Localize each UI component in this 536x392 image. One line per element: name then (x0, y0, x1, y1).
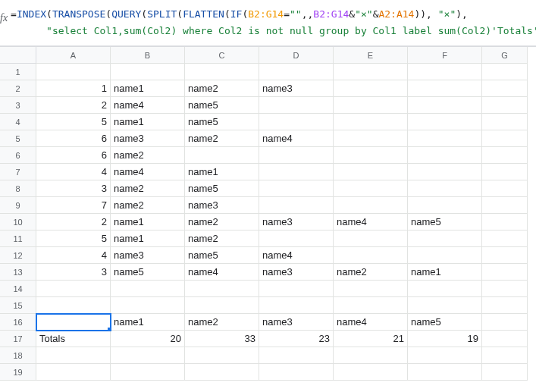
cell-A16[interactable] (36, 314, 111, 331)
cell-F10[interactable]: name5 (408, 214, 482, 230)
cell-A15[interactable] (36, 297, 111, 314)
row-header-18[interactable]: 18 (0, 347, 36, 364)
cell-D7[interactable] (259, 164, 334, 180)
cell-D13[interactable]: name3 (259, 264, 334, 281)
row-header-17[interactable]: 17 (0, 331, 36, 347)
row-header-19[interactable]: 19 (0, 364, 36, 381)
row-header-13[interactable]: 13 (0, 264, 36, 281)
cell-A17[interactable]: Totals (36, 331, 111, 347)
cell-B4[interactable]: name1 (111, 114, 185, 130)
cell-D12[interactable]: name4 (259, 247, 334, 264)
cell-G13[interactable] (482, 264, 528, 281)
cell-G17[interactable] (482, 331, 528, 347)
cell-C15[interactable] (185, 297, 259, 314)
cell-E8[interactable] (334, 180, 408, 197)
cell-C11[interactable]: name2 (185, 230, 259, 247)
row-header-10[interactable]: 10 (0, 214, 36, 230)
row-header-14[interactable]: 14 (0, 281, 36, 297)
row-header-6[interactable]: 6 (0, 147, 36, 164)
row-header-15[interactable]: 15 (0, 297, 36, 314)
row-header-5[interactable]: 5 (0, 130, 36, 147)
cell-G18[interactable] (482, 347, 528, 364)
cell-E7[interactable] (334, 164, 408, 180)
column-header-F[interactable]: F (408, 47, 482, 64)
cell-G2[interactable] (482, 80, 528, 97)
cell-B3[interactable]: name4 (111, 97, 185, 114)
cell-D8[interactable] (259, 180, 334, 197)
cell-E10[interactable]: name4 (334, 214, 408, 230)
cell-D2[interactable]: name3 (259, 80, 334, 97)
formula-input[interactable]: =INDEX(TRANSPOSE(QUERY(SPLIT(FLATTEN(IF(… (8, 5, 536, 41)
cell-D3[interactable] (259, 97, 334, 114)
cell-G8[interactable] (482, 180, 528, 197)
cell-A19[interactable] (36, 364, 111, 381)
cell-C7[interactable]: name1 (185, 164, 259, 180)
cell-F17[interactable]: 19 (408, 331, 482, 347)
cell-C2[interactable]: name2 (185, 80, 259, 97)
cell-C4[interactable]: name5 (185, 114, 259, 130)
cell-E18[interactable] (334, 347, 408, 364)
cell-A11[interactable]: 5 (36, 230, 111, 247)
cell-E16[interactable]: name4 (334, 314, 408, 331)
cell-C16[interactable]: name2 (185, 314, 259, 331)
cell-B14[interactable] (111, 281, 185, 297)
row-header-12[interactable]: 12 (0, 247, 36, 264)
cell-F11[interactable] (408, 230, 482, 247)
cell-B10[interactable]: name1 (111, 214, 185, 230)
cell-D9[interactable] (259, 197, 334, 214)
cell-B13[interactable]: name5 (111, 264, 185, 281)
cell-B6[interactable]: name2 (111, 147, 185, 164)
cell-D11[interactable] (259, 230, 334, 247)
cell-D16[interactable]: name3 (259, 314, 334, 331)
cell-B9[interactable]: name2 (111, 197, 185, 214)
cell-E17[interactable]: 21 (334, 331, 408, 347)
column-header-C[interactable]: C (185, 47, 259, 64)
cell-F12[interactable] (408, 247, 482, 264)
cell-G7[interactable] (482, 164, 528, 180)
cell-C12[interactable]: name5 (185, 247, 259, 264)
column-header-G[interactable]: G (482, 47, 528, 64)
cell-E15[interactable] (334, 297, 408, 314)
column-header-B[interactable]: B (111, 47, 185, 64)
cell-A9[interactable]: 7 (36, 197, 111, 214)
cell-F2[interactable] (408, 80, 482, 97)
cell-D6[interactable] (259, 147, 334, 164)
cell-E5[interactable] (334, 130, 408, 147)
cell-E19[interactable] (334, 364, 408, 381)
cell-A6[interactable]: 6 (36, 147, 111, 164)
cell-B11[interactable]: name1 (111, 230, 185, 247)
cell-F3[interactable] (408, 97, 482, 114)
cell-B16[interactable]: name1 (111, 314, 185, 331)
cell-C17[interactable]: 33 (185, 331, 259, 347)
cell-A1[interactable] (36, 64, 111, 80)
row-header-16[interactable]: 16 (0, 314, 36, 331)
row-header-11[interactable]: 11 (0, 230, 36, 247)
cell-C6[interactable] (185, 147, 259, 164)
cell-F18[interactable] (408, 347, 482, 364)
cell-E11[interactable] (334, 230, 408, 247)
cell-A13[interactable]: 3 (36, 264, 111, 281)
cell-G5[interactable] (482, 130, 528, 147)
cell-F9[interactable] (408, 197, 482, 214)
cell-D19[interactable] (259, 364, 334, 381)
cell-G19[interactable] (482, 364, 528, 381)
cell-C1[interactable] (185, 64, 259, 80)
cell-C9[interactable]: name3 (185, 197, 259, 214)
cell-E1[interactable] (334, 64, 408, 80)
row-header-4[interactable]: 4 (0, 114, 36, 130)
cell-D14[interactable] (259, 281, 334, 297)
cell-F14[interactable] (408, 281, 482, 297)
cell-B18[interactable] (111, 347, 185, 364)
cell-F19[interactable] (408, 364, 482, 381)
cell-A12[interactable]: 4 (36, 247, 111, 264)
cell-A3[interactable]: 2 (36, 97, 111, 114)
cell-B8[interactable]: name2 (111, 180, 185, 197)
cell-A14[interactable] (36, 281, 111, 297)
cell-G3[interactable] (482, 97, 528, 114)
select-all-corner[interactable] (0, 47, 36, 64)
cell-F6[interactable] (408, 147, 482, 164)
cell-D10[interactable]: name3 (259, 214, 334, 230)
cell-A5[interactable]: 6 (36, 130, 111, 147)
cell-B17[interactable]: 20 (111, 331, 185, 347)
cell-F15[interactable] (408, 297, 482, 314)
